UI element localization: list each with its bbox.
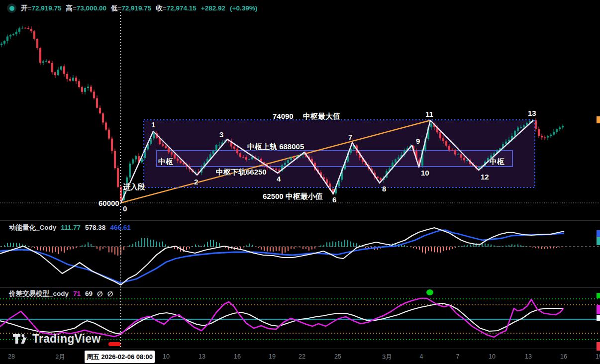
ohlc-bar: 开=72,919.75高=73,000.00低=72,919.75收=72,97…	[7, 3, 257, 13]
chart-annotation: 进入段	[123, 183, 145, 190]
ohlc-field: 高=73,000.00	[66, 4, 106, 13]
series-marker-icon[interactable]	[7, 3, 16, 13]
ohlc-fields: 开=72,919.75高=73,000.00低=72,919.75收=72,97…	[21, 4, 197, 13]
time-axis-label: 13	[525, 353, 532, 360]
chart-annotation: 74090 中枢最大值	[273, 112, 340, 120]
time-axis-label: 7	[456, 353, 460, 360]
signal-dot	[426, 289, 433, 295]
swing-point-label: 6	[332, 196, 336, 203]
swing-point-label: 13	[528, 109, 536, 117]
time-axis-label: 10	[163, 353, 170, 360]
price-badge-blue	[597, 230, 600, 237]
chart-annotation: 中枢上轨 68800	[247, 143, 300, 150]
time-axis-label: 13	[199, 353, 205, 360]
panel2-legend[interactable]: 价差交易模型_cody 7169∅∅	[9, 289, 113, 298]
chart-annotation: 62500 中枢最小值	[263, 192, 323, 200]
ohlc-field: 收=72,974.15	[156, 4, 196, 13]
indicator-value: 466.61	[110, 224, 130, 231]
chart-annotation: 中枢下轨66250	[216, 168, 267, 176]
series-dot-icon	[9, 6, 14, 11]
swing-point-label: 10	[421, 169, 429, 177]
swing-point-label: 4	[277, 175, 281, 182]
time-axis-label: 10	[489, 353, 496, 360]
indicator-value: 111.77	[61, 224, 81, 231]
indicator-value: ∅	[107, 290, 113, 298]
price-badge-badge_white	[597, 315, 600, 321]
indicator-value: 71	[73, 290, 81, 298]
price-badge-red	[597, 342, 600, 351]
panel2-title: 价差交易模型_cody	[9, 289, 69, 298]
time-axis-label: 19	[269, 353, 276, 360]
panel1-legend[interactable]: 动能量化_Cody 111.77578.38466.61	[9, 223, 131, 232]
ohlc-field: 开=72,919.75	[21, 4, 61, 13]
indicator-value: 578.38	[85, 224, 105, 231]
tradingview-logo-text: TradingView	[32, 332, 100, 346]
price-badge-magenta	[597, 305, 600, 314]
time-axis-label: 4	[420, 353, 423, 360]
signal-pill	[108, 342, 121, 346]
panel1-blue-line	[0, 230, 564, 283]
change-percent: (+0.39%)	[230, 4, 257, 12]
swing-point-label: 9	[416, 137, 420, 145]
panel1-values: 111.77578.38466.61	[61, 224, 130, 231]
price-badge-orange	[597, 116, 600, 123]
swing-point-label: 5	[300, 143, 304, 150]
chart-annotation: 60000	[99, 199, 119, 207]
time-axis-label: 16	[234, 353, 241, 360]
panel1-white-line	[0, 228, 564, 285]
swing-point-label: 12	[481, 173, 489, 181]
panel2-white-line	[0, 303, 564, 334]
crosshair-date-tooltip: 周五 2026-02-06 08:00	[85, 351, 155, 363]
time-axis-label: 19	[596, 353, 600, 360]
tradingview-mark-icon	[13, 334, 27, 344]
price-badge-green	[597, 293, 600, 298]
time-axis-label: 25	[334, 353, 341, 360]
swing-point-label: 3	[219, 131, 223, 138]
indicator-value: 69	[85, 290, 93, 298]
chart-canvas[interactable]	[0, 0, 600, 364]
time-axis-label: 22	[299, 353, 305, 360]
time-axis-label: 16	[560, 353, 567, 360]
swing-point-label: 2	[194, 178, 198, 185]
indicator-value: ∅	[97, 290, 103, 298]
panel2-magenta-line	[0, 298, 564, 337]
price-badge-teal	[597, 237, 600, 245]
time-axis-label: 28	[8, 353, 15, 360]
change-value: +282.92	[201, 4, 225, 12]
ohlc-field: 低=72,919.75	[111, 4, 151, 13]
time-axis-label: 2月	[55, 353, 65, 362]
swing-point-label: 7	[348, 133, 352, 141]
panel1-title: 动能量化_Cody	[9, 223, 56, 232]
chart-annotation: 中枢	[490, 158, 504, 165]
time-axis-label: 3月	[382, 353, 392, 362]
panel2-values: 7169∅∅	[73, 290, 113, 298]
swing-point-label: 0	[123, 205, 127, 212]
swing-point-label: 11	[425, 110, 433, 118]
tradingview-logo[interactable]: TradingView	[13, 332, 100, 346]
chart-annotation: 中枢	[158, 158, 173, 165]
swing-point-label: 1	[151, 121, 155, 128]
swing-point-label: 8	[382, 185, 386, 192]
